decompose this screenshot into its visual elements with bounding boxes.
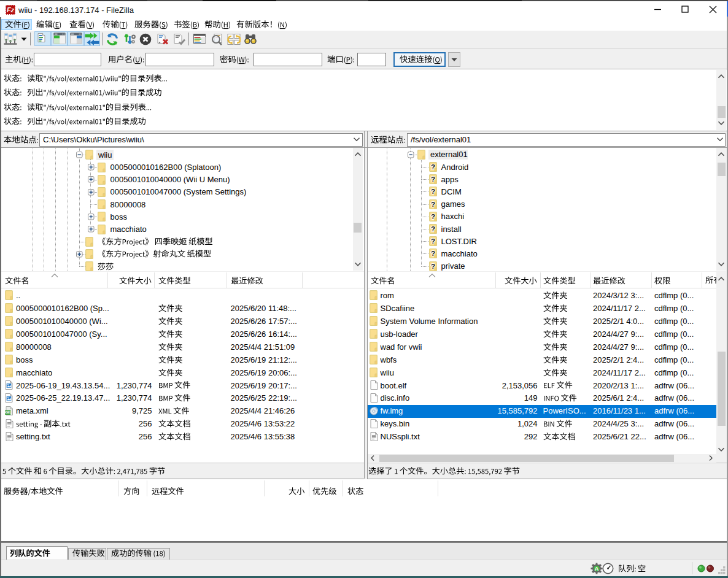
svg-text:A: A [595, 565, 599, 572]
svg-text:?: ? [431, 237, 435, 245]
svg-text:?: ? [431, 262, 435, 269]
svg-text:?: ? [431, 213, 435, 220]
svg-text:?: ? [431, 163, 435, 171]
svg-text:Fz: Fz [7, 6, 15, 13]
svg-text:?: ? [431, 250, 435, 257]
svg-text:?: ? [431, 175, 435, 183]
svg-text:?: ? [431, 188, 435, 195]
svg-text:XML: XML [5, 410, 12, 414]
svg-text:?: ? [431, 225, 435, 233]
svg-text:?: ? [431, 200, 435, 207]
